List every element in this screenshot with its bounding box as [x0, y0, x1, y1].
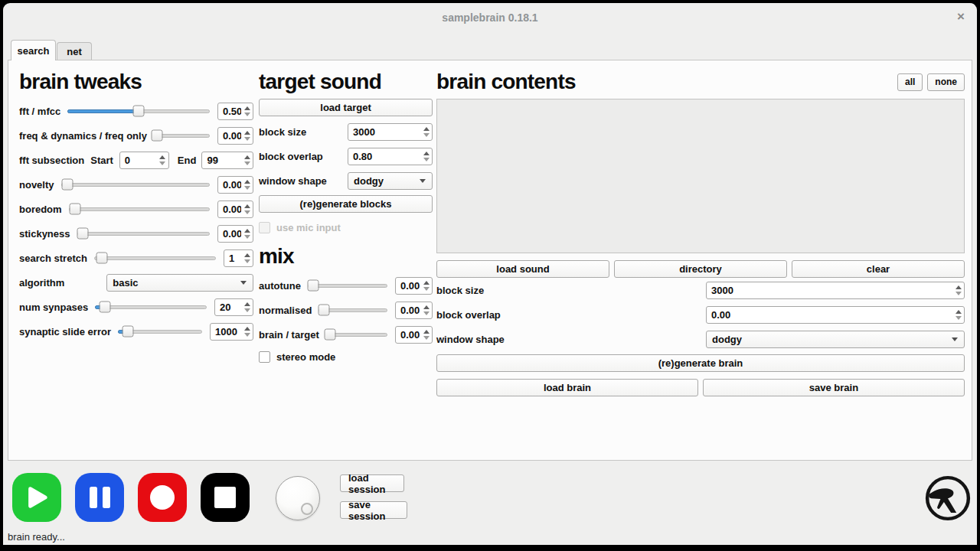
spinner-arrows-icon[interactable] [420, 327, 432, 343]
tab-net[interactable]: net [57, 42, 92, 60]
fft-mfcc-value: 0.50 [218, 103, 241, 119]
fft-start-spinbox[interactable]: 0 [119, 152, 169, 169]
synaptic-slide-error-label: synaptic slide error [19, 326, 111, 337]
spinner-arrows-icon[interactable] [241, 103, 253, 119]
clear-button[interactable]: clear [792, 260, 965, 278]
brain-window-shape-row: window shape dodgy [436, 327, 965, 351]
fft-start-label: Start [90, 155, 113, 166]
brain-target-spinbox[interactable]: 0.00 [395, 326, 433, 344]
spinner-arrows-icon[interactable] [420, 278, 432, 294]
brain-contents-heading: brain contents [436, 68, 893, 96]
record-button[interactable] [138, 473, 187, 522]
load-brain-button[interactable]: load brain [436, 379, 698, 396]
fft-mfcc-label: fft / mfcc [19, 106, 60, 117]
save-brain-button[interactable]: save brain [703, 379, 965, 396]
aphex-twin-logo [923, 474, 972, 523]
play-button[interactable] [12, 473, 61, 522]
spinner-arrows-icon[interactable] [420, 302, 432, 318]
directory-button[interactable]: directory [614, 260, 787, 278]
normalised-slider[interactable] [318, 308, 387, 312]
search-stretch-value: 1 [224, 250, 241, 266]
spinner-arrows-icon[interactable] [241, 250, 253, 266]
spinner-arrows-icon[interactable] [241, 226, 253, 242]
spinner-arrows-icon[interactable] [241, 128, 253, 144]
search-stretch-row: search stretch 1 [19, 246, 253, 270]
brain-target-row: brain / target 0.00 [259, 322, 433, 347]
all-button[interactable]: all [897, 73, 923, 91]
synaptic-slide-error-slider[interactable] [118, 330, 202, 334]
novelty-label: novelty [19, 179, 54, 191]
stickyness-label: stickyness [19, 228, 70, 240]
spinner-arrows-icon[interactable] [241, 152, 253, 168]
boredom-slider[interactable] [69, 207, 210, 211]
spinner-arrows-icon[interactable] [241, 324, 253, 340]
chevron-down-icon [420, 179, 426, 183]
freq-dynamics-slider[interactable] [154, 134, 210, 138]
boredom-row: boredom 0.00 [19, 197, 253, 221]
novelty-spinbox[interactable]: 0.00 [217, 176, 253, 194]
algorithm-row: algorithm basic [19, 270, 253, 295]
pause-button[interactable] [75, 473, 124, 522]
autotune-slider[interactable] [308, 284, 387, 288]
target-window-shape-dropdown[interactable]: dodgy [348, 172, 433, 190]
synaptic-slide-error-spinbox[interactable]: 1000 [210, 323, 253, 341]
brain-block-overlap-spinbox[interactable]: 0.00 [706, 306, 965, 324]
num-synpases-value: 20 [215, 299, 241, 315]
spinner-arrows-icon[interactable] [157, 152, 168, 168]
load-target-button[interactable]: load target [259, 99, 433, 116]
target-block-size-value: 3000 [348, 124, 420, 140]
search-stretch-label: search stretch [19, 253, 87, 264]
stereo-mode-row: stereo mode [259, 350, 433, 363]
stereo-mode-checkbox[interactable] [259, 351, 270, 363]
stereo-mode-label: stereo mode [276, 351, 335, 363]
novelty-value: 0.00 [218, 177, 241, 193]
search-stretch-slider[interactable] [94, 256, 216, 260]
target-block-size-spinbox[interactable]: 3000 [348, 123, 433, 141]
none-button[interactable]: none [927, 73, 965, 91]
use-mic-input-label: use mic input [276, 222, 341, 233]
target-block-overlap-spinbox[interactable]: 0.80 [348, 148, 433, 165]
brain-contents-section: brain contents all none load sound direc… [436, 68, 965, 396]
stickyness-slider[interactable] [77, 232, 211, 236]
num-synpases-row: num synpases 20 [19, 295, 253, 319]
spinner-arrows-icon[interactable] [241, 177, 253, 193]
regenerate-brain-button[interactable]: (re)generate brain [436, 354, 965, 372]
regenerate-blocks-button[interactable]: (re)generate blocks [259, 195, 433, 213]
normalised-spinbox[interactable]: 0.00 [395, 302, 433, 319]
brain-block-size-spinbox[interactable]: 3000 [706, 282, 965, 299]
close-icon[interactable]: × [957, 10, 965, 23]
brain-target-slider[interactable] [326, 333, 387, 337]
normalised-label: normalised [259, 305, 312, 316]
fft-subsection-row: fft subsection Start 0 End 99 [19, 148, 253, 172]
num-synpases-spinbox[interactable]: 20 [214, 298, 253, 316]
spinner-arrows-icon[interactable] [952, 307, 964, 323]
stickyness-spinbox[interactable]: 0.00 [217, 225, 253, 243]
boredom-spinbox[interactable]: 0.00 [217, 201, 253, 218]
load-session-button[interactable]: load session [340, 474, 404, 492]
brain-contents-list[interactable] [436, 99, 965, 253]
autotune-row: autotune 0.00 [259, 273, 433, 298]
save-session-button[interactable]: save session [340, 501, 407, 519]
tab-search[interactable]: search [11, 40, 56, 60]
brain-window-shape-dropdown[interactable]: dodgy [706, 331, 965, 348]
target-block-size-label: block size [259, 126, 348, 138]
algorithm-dropdown[interactable]: basic [106, 274, 253, 292]
fft-mfcc-slider[interactable] [67, 109, 210, 113]
spinner-arrows-icon[interactable] [241, 299, 253, 315]
spinner-arrows-icon[interactable] [420, 148, 432, 165]
novelty-slider[interactable] [61, 183, 210, 187]
volume-knob[interactable] [276, 476, 320, 520]
spinner-arrows-icon[interactable] [420, 124, 432, 140]
load-sound-button[interactable]: load sound [436, 260, 609, 278]
stop-button[interactable] [201, 473, 250, 522]
spinner-arrows-icon[interactable] [241, 201, 253, 217]
target-block-overlap-row: block overlap 0.80 [259, 144, 433, 168]
search-stretch-spinbox[interactable]: 1 [224, 249, 253, 267]
freq-dynamics-spinbox[interactable]: 0.00 [217, 127, 253, 145]
num-synpases-slider[interactable] [95, 305, 207, 309]
brain-block-overlap-row: block overlap 0.00 [436, 302, 965, 327]
spinner-arrows-icon[interactable] [952, 282, 964, 298]
fft-mfcc-spinbox[interactable]: 0.50 [217, 103, 253, 120]
autotune-spinbox[interactable]: 0.00 [395, 277, 433, 295]
fft-end-spinbox[interactable]: 99 [201, 152, 253, 169]
